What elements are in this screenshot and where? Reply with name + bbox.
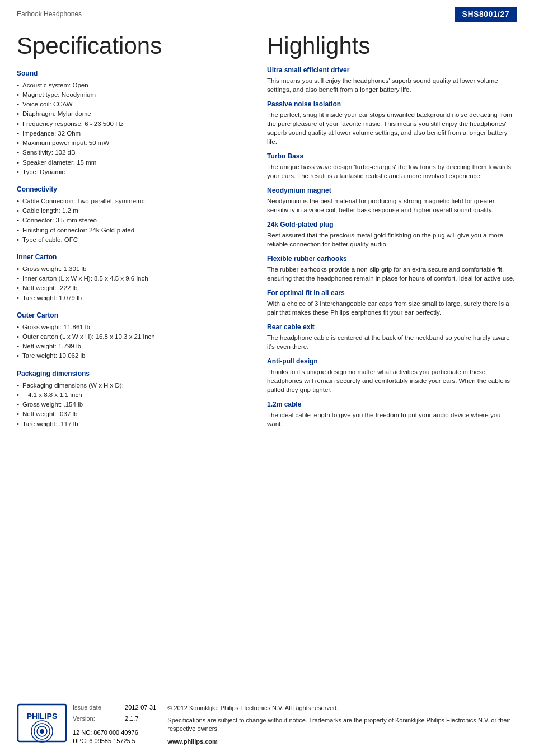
list-item: Frequency response: 6 - 23 500 Hz (17, 119, 256, 129)
sound-title: Sound (17, 69, 256, 78)
list-item: Maximum power input: 50 mW (17, 138, 256, 148)
specs-title: Specifications (17, 33, 256, 59)
issue-date-row: Issue date 2012-07-31 (73, 703, 156, 712)
list-item: Gross weight: .154 lb (17, 400, 256, 409)
footer-left: Issue date 2012-07-31 Version: 2.1.7 12 … (73, 703, 156, 746)
product-name: Earhook Headphones (17, 10, 82, 19)
outer-carton-list: Gross weight: 11.861 lb Outer carton (L … (17, 323, 256, 361)
list-item: Speaker diameter: 15 mm (17, 158, 256, 167)
list-item: Tare weight: .117 lb (17, 419, 256, 429)
highlights-list: Ultra small efficient driverThis means y… (267, 66, 517, 428)
connectivity-list: Cable Connection: Two-parallel, symmetri… (17, 197, 256, 245)
highlight-item-text: This means you still enjoy the headphone… (267, 76, 517, 94)
specifications-column: Specifications Sound Acoustic system: Op… (17, 27, 267, 434)
highlights-title: Highlights (267, 33, 517, 59)
highlight-item-title: Rear cable exit (267, 323, 517, 332)
list-item: Acoustic system: Open (17, 81, 256, 90)
packaging-dimensions-list: Packaging dimensions (W x H x D): 4.1 x … (17, 381, 256, 429)
highlight-item-title: Ultra small efficient driver (267, 66, 517, 75)
packaging-dimensions-title: Packaging dimensions (17, 369, 256, 379)
inner-carton-section: Inner Carton Gross weight: 1.301 lb Inne… (17, 253, 256, 303)
list-item: Tare weight: 10.062 lb (17, 351, 256, 361)
highlight-item-title: Turbo Bass (267, 152, 517, 161)
highlight-item: For optimal fit in all earsWith a choice… (267, 288, 517, 317)
inner-carton-list: Gross weight: 1.301 lb Inner carton (L x… (17, 264, 256, 303)
highlight-item: Rear cable exitThe headphone cable is ce… (267, 323, 517, 351)
version-row: Version: 2.1.7 (73, 715, 156, 723)
highlight-item-title: Neodymium magnet (267, 186, 517, 195)
highlight-item: Passive noise isolationThe perfect, snug… (267, 100, 517, 146)
connectivity-section: Connectivity Cable Connection: Two-paral… (17, 185, 256, 245)
highlight-item-title: Flexible rubber earhooks (267, 254, 517, 264)
list-item: Nett weight: .037 lb (17, 409, 256, 419)
highlight-item-text: Thanks to it's unique design no matter w… (267, 367, 517, 394)
upc-value: UPC: 6 09585 15725 5 (73, 737, 156, 745)
list-item: Nett weight: 1.799 lb (17, 342, 256, 351)
sound-list: Acoustic system: Open Magnet type: Neody… (17, 81, 256, 178)
highlight-item-text: The headphone cable is centered at the b… (267, 333, 517, 351)
header: Earhook Headphones SHS8001/27 (0, 0, 534, 27)
list-item: Voice coil: CCAW (17, 100, 256, 109)
list-item: Inner carton (L x W x H): 8.5 x 4.5 x 9.… (17, 274, 256, 283)
highlight-item: Ultra small efficient driverThis means y… (267, 66, 517, 94)
packaging-dimensions-section: Packaging dimensions Packaging dimension… (17, 369, 256, 429)
list-item: Cable length: 1.2 m (17, 206, 256, 216)
highlight-item-text: The rubber earhooks provide a non-slip g… (267, 265, 517, 283)
main-content: Specifications Sound Acoustic system: Op… (0, 27, 534, 434)
highlight-item: Turbo BassThe unique bass wave design 't… (267, 152, 517, 180)
list-item: Impedance: 32 Ohm (17, 129, 256, 138)
svg-point-2 (40, 729, 44, 734)
list-item: Outer carton (L x W x H): 16.8 x 10.3 x … (17, 332, 256, 342)
outer-carton-section: Outer Carton Gross weight: 11.861 lb Out… (17, 311, 256, 361)
issue-date-label: Issue date (73, 703, 123, 712)
list-item: Type: Dynamic (17, 167, 256, 177)
website: www.philips.com (167, 737, 517, 746)
list-item: Gross weight: 11.861 lb (17, 323, 256, 332)
footer-right: © 2012 Koninklijke Philips Electronics N… (167, 703, 517, 746)
highlight-item-title: Passive noise isolation (267, 100, 517, 109)
outer-carton-title: Outer Carton (17, 311, 256, 320)
connectivity-title: Connectivity (17, 185, 256, 194)
model-number: SHS8001/27 (455, 7, 517, 22)
highlight-item: Anti-pull designThanks to it's unique de… (267, 357, 517, 394)
highlight-item-text: The unique bass wave design 'turbo-charg… (267, 162, 517, 180)
list-item: Cable Connection: Two-parallel, symmetri… (17, 197, 256, 206)
page: Earhook Headphones SHS8001/27 Specificat… (0, 0, 534, 756)
copyright: © 2012 Koninklijke Philips Electronics N… (167, 703, 517, 713)
highlight-item-text: With a choice of 3 interchangeable ear c… (267, 299, 517, 317)
issue-date-value: 2012-07-31 (125, 704, 156, 711)
footer-details: Issue date 2012-07-31 Version: 2.1.7 12 … (73, 703, 517, 746)
list-item: Packaging dimensions (W x H x D): (17, 381, 256, 390)
highlight-item-text: The ideal cable length to give you the f… (267, 410, 517, 428)
list-item: Sensitivity: 102 dB (17, 148, 256, 157)
highlight-item-title: For optimal fit in all ears (267, 288, 517, 298)
list-item: Gross weight: 1.301 lb (17, 264, 256, 274)
highlight-item: Neodymium magnetNeodymium is the best ma… (267, 186, 517, 214)
list-item: Magnet type: Neodymium (17, 90, 256, 100)
highlight-item: 24k Gold-plated plugRest assured that th… (267, 220, 517, 249)
highlight-item-text: Rest assured that the precious metal gol… (267, 231, 517, 249)
highlight-item: Flexible rubber earhooksThe rubber earho… (267, 254, 517, 283)
nc-value: 12 NC: 8670 000 40976 (73, 729, 156, 737)
highlight-item-text: The perfect, snug fit inside your ear st… (267, 110, 517, 146)
version-value: 2.1.7 (125, 715, 138, 722)
philips-logo: PHILIPS (17, 703, 62, 745)
highlight-item-title: 1.2m cable (267, 400, 517, 409)
svg-text:PHILIPS: PHILIPS (27, 712, 57, 721)
highlight-item-title: Anti-pull design (267, 357, 517, 366)
highlight-item: 1.2m cableThe ideal cable length to give… (267, 400, 517, 428)
sound-section: Sound Acoustic system: Open Magnet type:… (17, 69, 256, 177)
notice: Specifications are subject to change wit… (167, 716, 517, 734)
footer: PHILIPS Issue date 2012-07-31 Version: 2… (0, 693, 534, 756)
list-item: Nett weight: .222 lb (17, 283, 256, 293)
highlight-item-title: 24k Gold-plated plug (267, 220, 517, 230)
version-label: Version: (73, 715, 123, 723)
highlight-item-text: Neodymium is the best material for produ… (267, 197, 517, 214)
svg-rect-0 (18, 704, 66, 741)
list-item: Diaphragm: Mylar dome (17, 109, 256, 119)
nc-row: 12 NC: 8670 000 40976 UPC: 6 09585 15725… (73, 729, 156, 746)
list-item: Connector: 3.5 mm stereo (17, 216, 256, 225)
inner-carton-title: Inner Carton (17, 253, 256, 262)
list-item: Type of cable: OFC (17, 235, 256, 245)
list-item: Finishing of connector: 24k Gold-plated (17, 226, 256, 235)
